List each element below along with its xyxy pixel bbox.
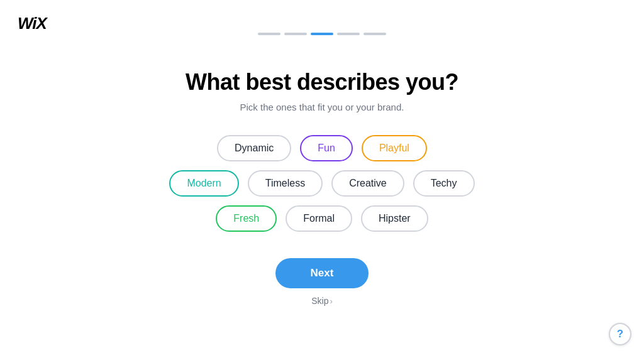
progress-bar	[0, 33, 644, 35]
tag-dynamic[interactable]: Dynamic	[217, 135, 291, 161]
progress-segment-2	[284, 33, 307, 35]
tag-creative[interactable]: Creative	[331, 170, 404, 197]
progress-segment-4	[337, 33, 360, 35]
skip-chevron-icon: ›	[330, 296, 332, 306]
tags-container: Dynamic Fun Playful Modern Timeless Crea…	[169, 135, 474, 232]
tag-fresh[interactable]: Fresh	[216, 205, 277, 232]
tag-modern[interactable]: Modern	[169, 170, 238, 197]
wix-logo: WiX	[18, 14, 47, 33]
skip-link[interactable]: Skip ›	[311, 296, 333, 306]
progress-segment-5	[364, 33, 386, 35]
tag-timeless[interactable]: Timeless	[248, 170, 323, 197]
main-content: What best describes you? Pick the ones t…	[0, 0, 644, 306]
tags-row-3: Fresh Formal Hipster	[216, 205, 428, 232]
tag-playful[interactable]: Playful	[362, 135, 427, 161]
progress-segment-1	[258, 33, 280, 35]
progress-segment-3	[311, 33, 333, 35]
tag-formal[interactable]: Formal	[286, 205, 352, 232]
page-subtitle: Pick the ones that fit you or your brand…	[240, 102, 404, 112]
tag-hipster[interactable]: Hipster	[361, 205, 428, 232]
tag-techy[interactable]: Techy	[413, 170, 475, 197]
page-title: What best describes you?	[186, 69, 458, 95]
tags-row-1: Dynamic Fun Playful	[217, 135, 427, 161]
next-button[interactable]: Next	[275, 258, 369, 288]
skip-label: Skip	[311, 296, 328, 306]
tag-fun[interactable]: Fun	[300, 135, 353, 161]
tags-row-2: Modern Timeless Creative Techy	[169, 170, 474, 197]
help-button[interactable]: ?	[609, 323, 631, 345]
